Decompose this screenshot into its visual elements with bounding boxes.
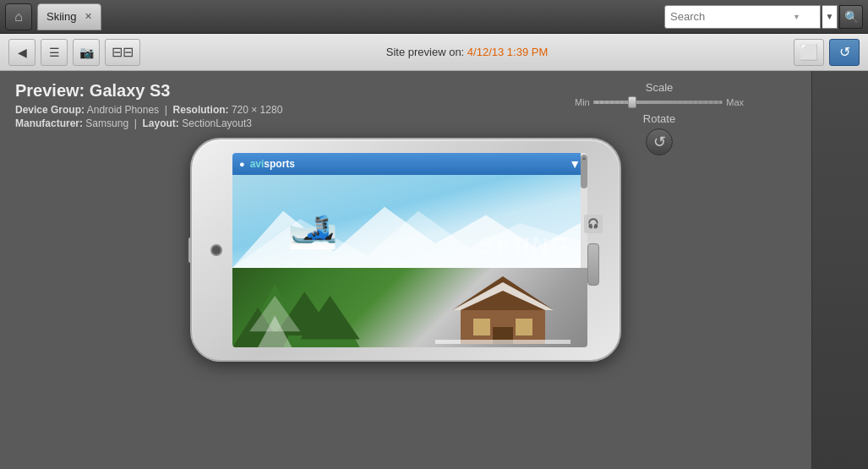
phone-volume-bar[interactable] [587, 243, 599, 286]
home-button[interactable]: ⌂ [5, 3, 32, 30]
dropdown-arrow-icon: ▼ [826, 12, 834, 21]
scale-max-label: Max [726, 97, 744, 107]
search-box: ▼ [664, 5, 821, 29]
skiing-text-overlay: SKIING [479, 232, 570, 259]
top-bar: ⌂ Skiing ✕ ▼ ▼ 🔍 [0, 0, 868, 34]
scroll-arrow-up[interactable]: ▲ [581, 153, 587, 163]
toolbar-right: ⬜ ↺ [794, 39, 860, 66]
screen-browser-bar: ● avisports ▼ [232, 153, 587, 175]
search-area: ▼ ▼ 🔍 [664, 5, 863, 29]
tab-close-icon[interactable]: ✕ [85, 11, 92, 22]
right-panel [811, 71, 868, 469]
phone-right-controls: 🎧 [584, 215, 603, 286]
layout-value: SectionLayout3 [182, 117, 252, 129]
skier-figure: 🎿 [287, 204, 338, 251]
svg-rect-14 [473, 319, 490, 335]
refresh-icon: ↺ [839, 44, 850, 60]
phone-power-button[interactable] [188, 237, 192, 263]
grid-icon: ⊟⊟ [112, 44, 134, 60]
photo-icon: 📷 [79, 46, 94, 59]
back-icon: ◀ [18, 46, 27, 59]
screen-chalet-image [232, 268, 587, 347]
screen-logo: avisports [250, 158, 295, 170]
scale-slider-track [593, 101, 723, 104]
screen-skiing-image: 🎿 SKIING [232, 175, 587, 268]
svg-rect-15 [516, 319, 532, 335]
phone-camera [210, 244, 222, 256]
tablet-icon: ⬜ [800, 43, 818, 62]
grid-button[interactable]: ⊟⊟ [105, 39, 140, 66]
layout-label: Layout: [143, 117, 179, 129]
site-preview-info: Site preview on: 4/12/13 1:39 PM [386, 46, 549, 58]
home-icon: ⌂ [14, 9, 23, 25]
phone-mockup: SAMSUNG ● avisports ▼ [190, 138, 621, 362]
refresh-button[interactable]: ↺ [829, 39, 860, 66]
resolution-value: 720 × 1280 [232, 104, 282, 116]
phone-screen[interactable]: ● avisports ▼ [232, 153, 587, 347]
toolbar: ◀ ☰ 📷 ⊟⊟ Site preview on: 4/12/13 1:39 P… [0, 34, 868, 71]
tablet-view-button[interactable]: ⬜ [794, 39, 824, 66]
search-go-icon: 🔍 [844, 10, 859, 24]
tab-label: Skiing [46, 10, 76, 23]
scale-slider-container: Min Max [575, 97, 744, 107]
scale-thumb[interactable] [628, 96, 636, 108]
rotate-label: Rotate [575, 112, 744, 125]
rotate-button[interactable]: ↺ [646, 128, 673, 155]
left-panel: Preview: Galaxy S3 Device Group: Android… [0, 71, 811, 469]
manufacturer-value: Samsung [85, 117, 128, 129]
manufacturer-label: Manufacturer: [15, 117, 83, 129]
list-view-icon: ☰ [49, 46, 60, 59]
device-group-value: Android Phones [87, 104, 159, 116]
site-preview-label: Site preview on: [386, 46, 465, 58]
search-go-button[interactable]: 🔍 [839, 5, 863, 29]
resolution-label: Resolution: [173, 104, 229, 116]
device-group-label: Device Group: [15, 104, 85, 116]
phone-earphone-button[interactable]: 🎧 [584, 215, 603, 233]
scale-min-label: Min [575, 97, 590, 107]
skiing-tab[interactable]: Skiing ✕ [37, 3, 101, 30]
scale-slider[interactable] [593, 101, 723, 104]
search-input[interactable] [670, 10, 793, 23]
search-dropdown-icon[interactable]: ▼ [793, 13, 800, 21]
site-preview-date[interactable]: 4/12/13 1:39 PM [467, 46, 548, 58]
phone-container: SAMSUNG ● avisports ▼ [15, 138, 796, 362]
scale-label: Scale [575, 81, 744, 94]
main-content: Preview: Galaxy S3 Device Group: Android… [0, 71, 868, 469]
search-dropdown-button[interactable]: ▼ [822, 5, 838, 29]
back-button[interactable]: ◀ [8, 39, 35, 66]
svg-rect-17 [435, 340, 570, 344]
view-button[interactable]: ☰ [41, 39, 68, 66]
snow-trees-svg [232, 268, 428, 347]
chalet-svg [435, 272, 570, 344]
rotate-icon: ↺ [653, 133, 666, 151]
screen-menu-icon[interactable]: ▼ [569, 157, 581, 171]
photo-button[interactable]: 📷 [73, 39, 100, 66]
